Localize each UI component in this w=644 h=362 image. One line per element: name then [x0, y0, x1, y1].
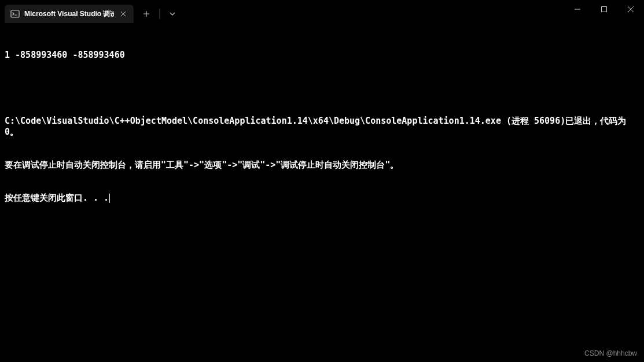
active-tab[interactable]: Microsoft Visual Studio 调试	[5, 5, 134, 23]
console-line: C:\Code\VisualStudio\C++ObjectModel\Cons…	[5, 116, 639, 138]
svg-rect-1	[602, 7, 607, 12]
maximize-button[interactable]	[591, 0, 617, 19]
svg-rect-0	[11, 10, 19, 17]
cursor	[109, 194, 110, 203]
tab-controls	[134, 5, 182, 23]
console-output[interactable]: 1 -858993460 -858993460 C:\Code\VisualSt…	[0, 23, 644, 219]
console-line: 要在调试停止时自动关闭控制台，请启用"工具"->"选项"->"调试"->"调试停…	[5, 160, 639, 171]
tab-title: Microsoft Visual Studio 调试	[24, 9, 114, 19]
divider	[159, 9, 160, 19]
console-line	[5, 83, 639, 94]
close-button[interactable]	[617, 0, 644, 19]
terminal-icon	[10, 9, 20, 19]
watermark: CSDN @hhhcbw	[584, 349, 637, 357]
new-tab-button[interactable]	[137, 6, 156, 22]
minimize-button[interactable]	[564, 0, 591, 19]
console-line: 按任意键关闭此窗口. . .	[5, 193, 639, 204]
window-controls	[564, 0, 644, 19]
title-bar: Microsoft Visual Studio 调试	[0, 0, 644, 23]
tab-close-button[interactable]	[119, 9, 128, 19]
console-line: 1 -858993460 -858993460	[5, 50, 639, 61]
tab-area: Microsoft Visual Studio 调试	[0, 0, 134, 23]
tab-dropdown-button[interactable]	[163, 6, 182, 22]
